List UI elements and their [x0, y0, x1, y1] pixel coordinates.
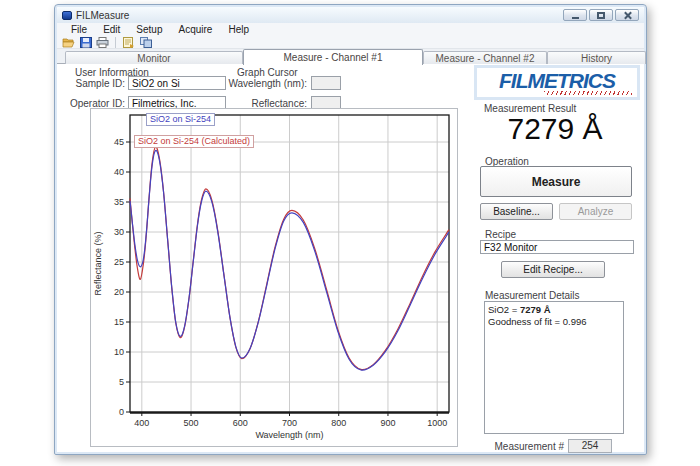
copy-view-icon[interactable]: [139, 36, 152, 48]
spectrum-chart-svg[interactable]: 4005006007008009001000051015202530354045…: [91, 109, 457, 446]
sample-id-input[interactable]: [128, 76, 226, 90]
window-controls: [563, 9, 639, 21]
details-line-thickness: SiO2 = 7279 Å: [488, 304, 620, 316]
menu-acquire[interactable]: Acquire: [171, 24, 221, 35]
close-button[interactable]: [615, 9, 639, 21]
measurement-number-field: 254: [568, 439, 612, 453]
filmeasure-window: FILMeasure File Edit Setup Acquire Help: [54, 4, 647, 455]
svg-text:45: 45: [114, 137, 124, 147]
title-bar: FILMeasure: [57, 7, 644, 23]
filmetrics-logo: FILMETRICS: [474, 65, 640, 100]
tab-measure-channel-2[interactable]: Measure - Channel #2: [423, 51, 547, 64]
maximize-icon: [597, 12, 605, 19]
logo-hatch-decoration: [544, 91, 632, 95]
toolbar: [57, 36, 644, 49]
edit-recipe-button[interactable]: Edit Recipe...: [501, 261, 605, 278]
svg-text:900: 900: [380, 418, 395, 428]
menu-bar: File Edit Setup Acquire Help: [57, 23, 644, 36]
measure-button[interactable]: Measure: [480, 166, 632, 197]
menu-help[interactable]: Help: [220, 24, 257, 35]
tab-strip: Monitor Measure - Channel #1 Measure - C…: [57, 49, 644, 64]
details-line-gof: Goodness of fit = 0.996: [488, 316, 620, 328]
menu-setup[interactable]: Setup: [128, 24, 170, 35]
svg-text:25: 25: [114, 257, 124, 267]
measurement-number-label: Measurement #: [464, 441, 564, 452]
measure-tab-page: User Information Sample ID: Operator ID:…: [57, 64, 644, 452]
svg-text:400: 400: [134, 418, 149, 428]
tab-measure-channel-1[interactable]: Measure - Channel #1: [243, 49, 423, 65]
screenshot-page: FILMeasure File Edit Setup Acquire Help: [0, 0, 700, 466]
legend-measured-label: SiO2 on Si-254: [150, 114, 211, 124]
svg-text:Reflectance (%): Reflectance (%): [93, 231, 103, 295]
analyze-button: Analyze: [559, 203, 632, 220]
legend-calculated: SiO2 on Si-254 (Calculated): [134, 135, 254, 148]
measurement-result-value: 7279 Å: [469, 112, 641, 146]
toolbar-separator: [115, 37, 116, 48]
legend-calculated-label: SiO2 on Si-254 (Calculated): [138, 136, 250, 146]
svg-text:600: 600: [233, 418, 248, 428]
svg-text:1000: 1000: [427, 418, 447, 428]
measurement-details-label: Measurement Details: [485, 290, 579, 301]
sample-id-label: Sample ID:: [65, 78, 125, 89]
save-icon[interactable]: [79, 36, 92, 48]
export-log-icon[interactable]: [122, 36, 135, 48]
svg-text:Wavelength (nm): Wavelength (nm): [255, 430, 323, 440]
svg-text:35: 35: [114, 197, 124, 207]
svg-text:0: 0: [119, 407, 124, 417]
app-icon: [62, 11, 72, 20]
svg-text:40: 40: [114, 167, 124, 177]
minimize-icon: [572, 17, 579, 19]
chart-panel[interactable]: 4005006007008009001000051015202530354045…: [90, 108, 458, 447]
menu-file[interactable]: File: [63, 24, 95, 35]
recipe-label: Recipe: [485, 229, 516, 240]
print-icon[interactable]: [96, 36, 109, 48]
svg-text:30: 30: [114, 227, 124, 237]
minimize-button[interactable]: [563, 9, 587, 21]
cursor-wavelength-label: Wavelength (nm):: [227, 78, 307, 89]
svg-text:700: 700: [282, 418, 297, 428]
svg-text:20: 20: [114, 287, 124, 297]
svg-text:10: 10: [114, 347, 124, 357]
graph-cursor-label: Graph Cursor: [237, 67, 298, 78]
svg-text:5: 5: [119, 377, 124, 387]
legend-measured: SiO2 on Si-254: [146, 113, 215, 126]
cursor-wavelength-field: [311, 76, 341, 90]
svg-text:15: 15: [114, 317, 124, 327]
svg-text:500: 500: [184, 418, 199, 428]
filmetrics-logo-text: FILMETRICS: [499, 71, 615, 91]
close-icon: [623, 11, 632, 20]
recipe-input[interactable]: [480, 240, 634, 254]
maximize-button[interactable]: [589, 9, 613, 21]
menu-edit[interactable]: Edit: [95, 24, 128, 35]
tab-history[interactable]: History: [547, 51, 646, 64]
open-folder-icon[interactable]: [62, 36, 75, 48]
measurement-details-box[interactable]: SiO2 = 7279 Å Goodness of fit = 0.996: [484, 301, 624, 434]
window-title: FILMeasure: [76, 10, 129, 21]
baseline-button[interactable]: Baseline...: [480, 203, 553, 220]
svg-text:800: 800: [331, 418, 346, 428]
tab-monitor[interactable]: Monitor: [65, 51, 243, 64]
